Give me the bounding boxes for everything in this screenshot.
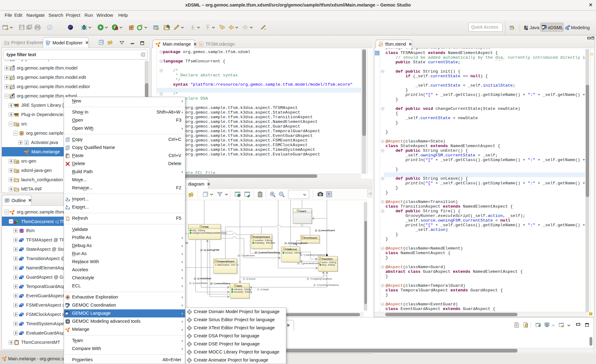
svg-text:TemporalGuard: TemporalGuard — [217, 260, 234, 263]
svg-text:J: J — [13, 75, 14, 77]
svg-text:EventGuard: EventGuard — [304, 236, 317, 239]
svg-text:onEnter() : EString: onEnter() : EString — [234, 288, 251, 291]
svg-text:FSMEvent: FSMEvent — [286, 248, 297, 251]
svg-text:condition : EString: condition : EString — [255, 239, 272, 242]
svg-text:fire() : EString: fire() : EString — [322, 264, 335, 266]
svg-text:onLeave() : EString: onLeave() : EString — [234, 291, 252, 293]
svg-text:afterDuration : EInt = 0: afterDuration : EInt = 0 — [217, 264, 239, 266]
svg-text:evaluate() : EBoolean: evaluate() : EBoolean — [255, 242, 275, 244]
svg-text:State: State — [237, 285, 242, 287]
svg-text:M: M — [568, 25, 570, 27]
svg-text:Transition: Transition — [322, 258, 333, 260]
svg-text:changeCurrentState(newState St: changeCurrentState(newState State) — [192, 232, 227, 234]
svg-text:J: J — [526, 25, 528, 29]
svg-text:occurs() : EString: occurs() : EString — [285, 252, 301, 254]
svg-text:action : EString: action : EString — [322, 261, 336, 264]
svg-text:init() : EString: init() : EString — [192, 229, 205, 232]
svg-text:J: J — [25, 141, 27, 144]
svg-text:Guard: Guard — [299, 210, 306, 213]
svg-text:EvaluateGuard: EvaluateGuard — [253, 236, 270, 238]
svg-text:J: J — [13, 84, 14, 87]
svg-text:M: M — [66, 320, 69, 323]
svg-text:TFSM: TFSM — [202, 226, 209, 228]
